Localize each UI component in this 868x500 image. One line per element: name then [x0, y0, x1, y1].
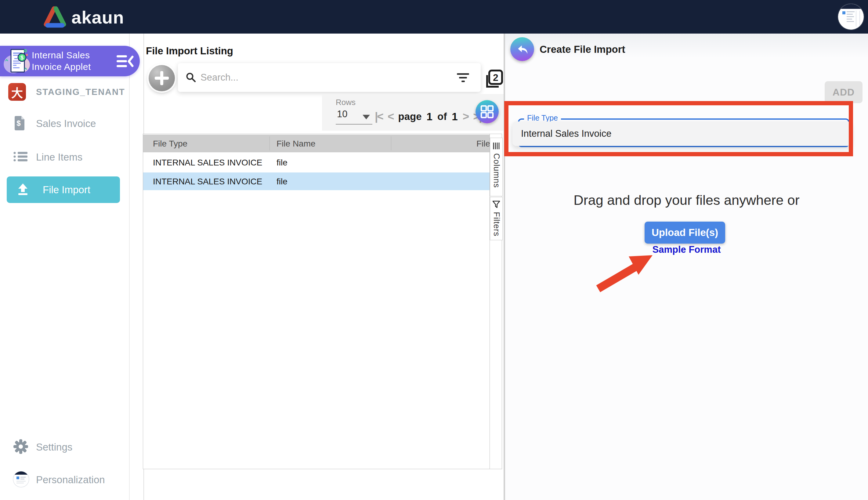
svg-text:$: $: [16, 119, 21, 127]
column-header[interactable]: File Type: [153, 139, 187, 149]
cell-file-type: INTERNAL SALES INVOICE: [153, 158, 262, 168]
dropzone-text: Drag and drop your files anywhere or: [505, 192, 868, 208]
filter-funnel-icon: [492, 200, 501, 209]
tenant-label: STAGING_TENANT: [36, 87, 125, 97]
layout-switch-icon[interactable]: 2: [484, 69, 503, 90]
columns-button-label: Columns: [492, 153, 501, 188]
top-navbar: akaun: [0, 0, 868, 34]
columns-icon: [492, 141, 501, 150]
sidebar-item-personalization[interactable]: Personalization: [0, 469, 129, 490]
filter-sort-icon[interactable]: [457, 73, 469, 82]
sidebar-item-settings[interactable]: Settings: [0, 436, 129, 458]
first-page-button[interactable]: |<: [375, 110, 383, 123]
back-arrow-icon: [515, 43, 529, 56]
brand-name: akaun: [71, 6, 124, 29]
sample-format-link[interactable]: Sample Format: [505, 244, 868, 255]
columns-button[interactable]: Columns: [490, 138, 503, 196]
annotation-red-box: [504, 101, 853, 156]
rows-per-page-select[interactable]: 10: [337, 109, 347, 120]
avatar-image: [838, 4, 864, 9]
table-row[interactable]: INTERNAL SALES INVOICE file: [143, 154, 490, 171]
sidebar-divider: [129, 34, 130, 500]
cell-file-name: file: [276, 177, 287, 186]
table-row-selected[interactable]: INTERNAL SALES INVOICE file: [143, 172, 490, 190]
panel-title: Create File Import: [540, 44, 625, 55]
sidebar-item-label: Line Items: [36, 151, 82, 163]
search-bar: [178, 63, 481, 92]
user-avatar[interactable]: [838, 4, 864, 30]
table-header-row: File Type File Name File: [143, 135, 490, 152]
brand-triangle-icon: [43, 5, 67, 29]
file-import-table: File Type File Name File INTERNAL SALES …: [143, 134, 502, 469]
sidebar-item-label: Sales Invoice: [36, 118, 96, 129]
page-title: File Import Listing: [146, 45, 233, 57]
layout-count-badge: 2: [493, 72, 499, 83]
invoice-document-icon: $: [14, 115, 26, 132]
current-page-number: 1: [427, 111, 433, 123]
rows-select-underline: [336, 124, 372, 125]
sidebar-item-label: Personalization: [36, 474, 105, 486]
search-input[interactable]: [201, 72, 457, 83]
sidebar-item-label: File Import: [43, 184, 90, 196]
add-record-button[interactable]: [149, 65, 175, 91]
invoice-applet-icon: $: [3, 47, 31, 75]
column-header[interactable]: File Name: [276, 139, 316, 149]
sidebar-item-line-items[interactable]: Line Items: [0, 147, 129, 168]
list-icon: [13, 151, 27, 163]
add-button[interactable]: ADD: [825, 81, 863, 103]
sidebar-collapse-icon[interactable]: [117, 54, 134, 68]
sidebar-item-label: Settings: [36, 441, 72, 453]
applet-header[interactable]: $ Internal Sales Invoice Applet: [0, 46, 140, 76]
svg-text:$: $: [21, 55, 23, 61]
search-icon: [186, 72, 196, 83]
prev-page-button[interactable]: <: [388, 110, 393, 123]
personalization-icon: [13, 471, 29, 489]
next-page-button[interactable]: >: [463, 110, 468, 123]
tenant-icon: 大: [8, 83, 26, 101]
cell-file-name: file: [276, 158, 287, 168]
total-pages-number: 1: [452, 111, 457, 123]
pagination: |< < page 1 of 1 > >|: [375, 107, 481, 126]
upload-files-button[interactable]: Upload File(s): [644, 221, 725, 243]
sidebar-item-sales-invoice[interactable]: $ Sales Invoice: [0, 113, 129, 134]
rows-per-page-label: Rows: [336, 98, 356, 107]
gear-icon: [13, 439, 29, 456]
back-button[interactable]: [510, 37, 534, 61]
upload-icon: [16, 183, 29, 197]
grid-view-button[interactable]: [476, 100, 499, 123]
grid-icon: [480, 104, 494, 119]
chevron-down-icon[interactable]: [363, 115, 370, 120]
filters-button[interactable]: Filters: [490, 197, 503, 240]
page-word: page: [398, 111, 422, 122]
sidebar-item-tenant[interactable]: 大 STAGING_TENANT: [0, 82, 129, 102]
sidebar-item-file-import[interactable]: File Import: [7, 177, 120, 203]
brand-logo[interactable]: akaun: [43, 5, 124, 29]
filters-button-label: Filters: [492, 212, 501, 237]
applet-title: Internal Sales Invoice Applet: [32, 49, 91, 73]
annotation-red-arrow: [592, 250, 662, 295]
column-header[interactable]: File: [477, 139, 490, 149]
app-window: akaun: [0, 0, 868, 500]
plus-icon: [155, 71, 169, 85]
of-word: of: [437, 111, 447, 122]
cell-file-type: INTERNAL SALES INVOICE: [153, 177, 262, 186]
